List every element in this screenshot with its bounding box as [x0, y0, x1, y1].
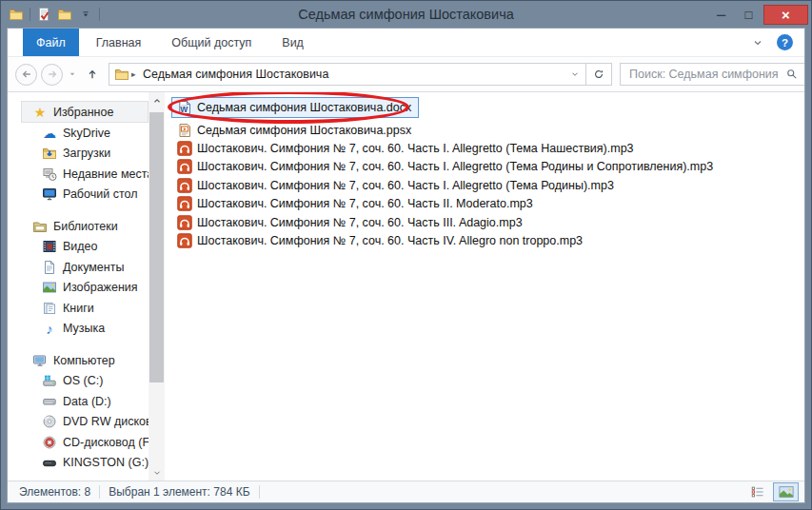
usb-drive-icon [42, 455, 57, 470]
ribbon-tab-bar: ФайлГлавнаяОбщий доступВид ? [8, 29, 804, 57]
file-name: Шостакович. Симфония № 7, соч. 60. Часть… [197, 142, 634, 155]
sidebar-item[interactable]: ♪Музыка [8, 319, 149, 340]
sidebar-item[interactable]: DVD RW дисковод [8, 412, 149, 433]
file-name: Седьмая симфония Шостаковича.docx [197, 101, 411, 114]
file-row[interactable]: Шостакович. Симфония № 7, соч. 60. Часть… [165, 176, 804, 194]
mp3-file-icon [177, 196, 192, 211]
documents-icon [42, 260, 57, 275]
title-bar: Седьмая симфония Шостаковича ─ □ × [1, 1, 811, 28]
sidebar-section-label: Избранное [53, 106, 113, 119]
status-bar: Элементов: 8 Выбран 1 элемент: 784 КБ [8, 481, 804, 502]
forward-button[interactable] [41, 64, 63, 86]
sidebar-item[interactable]: Недавние места [8, 164, 149, 185]
dvd-drive-icon [42, 414, 57, 429]
recent-places-icon [42, 167, 57, 182]
navigation-pane: ★Избранное☁SkyDriveЗагрузкиНедавние мест… [8, 92, 149, 481]
chevron-down-icon [149, 465, 165, 481]
help-icon[interactable]: ? [777, 34, 793, 50]
cloud-icon: ☁ [42, 126, 57, 141]
sidebar-section[interactable]: Компьютер [8, 350, 149, 371]
libraries-icon [32, 219, 48, 234]
ribbon-tabs: ФайлГлавнаяОбщий доступВид [8, 29, 321, 56]
window-content: ФайлГлавнаяОбщий доступВид ? ▸ Седьмая с… [7, 28, 805, 503]
forward-arrow-icon [45, 67, 60, 82]
sidebar-item[interactable]: Изображения [8, 278, 149, 299]
search-input[interactable] [627, 67, 784, 82]
sidebar-item[interactable]: OS (C:) [8, 371, 149, 392]
file-row[interactable]: Шостакович. Симфония № 7, соч. 60. Часть… [165, 139, 804, 157]
sidebar-item[interactable]: CD-дисковод (F:) [8, 432, 149, 453]
close-button[interactable]: × [763, 5, 808, 25]
new-folder-icon[interactable] [57, 7, 72, 22]
pictures-icon [42, 280, 57, 295]
star-icon: ★ [32, 105, 48, 120]
up-button[interactable] [82, 64, 103, 85]
tab-view[interactable]: Вид [268, 29, 317, 56]
details-view-button[interactable] [744, 482, 770, 501]
sidebar-item[interactable]: ☁SkyDrive [8, 123, 149, 144]
tab-home[interactable]: Главная [83, 29, 155, 56]
details-view-icon [750, 484, 765, 500]
selection-info: Выбран 1 элемент: 784 КБ [109, 485, 249, 499]
breadcrumb[interactable]: Седьмая симфония Шостаковича [143, 68, 328, 81]
address-box[interactable]: ▸ Седьмая симфония Шостаковича [109, 63, 586, 86]
scroll-down-button[interactable] [149, 464, 165, 481]
address-dropdown-chevron-icon[interactable] [567, 67, 583, 82]
refresh-icon [591, 67, 606, 82]
thumbnail-view-button[interactable] [773, 482, 799, 501]
scroll-up-button[interactable] [149, 92, 165, 108]
sidebar-item-label: Изображения [63, 281, 138, 294]
address-bar: ▸ Седьмая симфония Шостаковича [8, 57, 804, 92]
file-name: Шостакович. Симфония № 7, соч. 60. Часть… [197, 234, 583, 247]
ribbon-collapse-chevron-icon[interactable] [750, 35, 765, 50]
scrollbar-track[interactable] [149, 108, 165, 464]
tab-share[interactable]: Общий доступ [158, 29, 265, 56]
file-row[interactable]: WСедьмая симфония Шостаковича.docx [171, 97, 419, 118]
mp3-file-icon [177, 178, 192, 193]
sidebar-section[interactable]: Библиотеки [8, 216, 149, 237]
sidebar-item[interactable]: Data (D:) [8, 391, 149, 412]
sidebar-item[interactable]: KINGSTON (G:) [8, 453, 149, 474]
scrollbar-thumb[interactable] [149, 112, 164, 382]
sidebar-item[interactable]: Видео [8, 237, 149, 258]
word-file-icon: W [177, 100, 192, 115]
breadcrumb-arrow-icon[interactable]: ▸ [131, 69, 141, 79]
file-row[interactable]: Шостакович. Симфония № 7, соч. 60. Часть… [165, 195, 804, 213]
maximize-button[interactable]: □ [736, 5, 762, 25]
file-name: Шостакович. Симфония № 7, соч. 60. Часть… [197, 197, 533, 210]
svg-text:W: W [180, 105, 188, 114]
search-box[interactable] [620, 63, 805, 86]
explorer-icon[interactable] [9, 7, 24, 22]
file-row[interactable]: Шостакович. Симфония № 7, соч. 60. Часть… [165, 158, 804, 176]
sidebar-item[interactable]: Книги [8, 298, 149, 319]
mp3-file-icon [177, 215, 192, 230]
search-icon[interactable] [784, 67, 800, 82]
sidebar-item-label: Рабочий стол [63, 187, 137, 201]
minimize-button[interactable]: ─ [708, 5, 734, 25]
sidebar-section[interactable]: ★Избранное [21, 101, 149, 123]
tab-file[interactable]: Файл [23, 29, 79, 56]
separator [259, 485, 260, 499]
sidebar-item-label: Недавние места [63, 167, 149, 181]
sidebar-item-label: Загрузки [63, 147, 110, 160]
sidebar-item-label: OS (C:) [63, 374, 103, 387]
properties-icon[interactable] [36, 7, 51, 22]
file-row[interactable]: Шостакович. Симфония № 7, соч. 60. Часть… [165, 213, 804, 231]
file-row[interactable]: Седьмая симфония Шостаковича.ppsx [165, 121, 804, 139]
mp3-file-icon [177, 159, 192, 174]
file-row[interactable]: Шостакович. Симфония № 7, соч. 60. Часть… [165, 231, 804, 249]
sidebar-item[interactable]: Документы [8, 257, 149, 278]
sidebar-scrollbar[interactable] [149, 92, 165, 481]
sidebar-item[interactable]: Рабочий стол [8, 185, 149, 206]
refresh-button[interactable] [586, 63, 612, 86]
sidebar-item-label: KINGSTON (G:) [63, 456, 149, 469]
back-arrow-icon [19, 67, 34, 82]
separator [99, 485, 100, 499]
sidebar-item[interactable]: Загрузки [8, 144, 149, 165]
close-icon: × [782, 7, 790, 23]
desktop-icon [42, 186, 57, 202]
back-button[interactable] [15, 64, 37, 86]
toolbar-chevron-icon[interactable] [78, 7, 93, 22]
sidebar-item-label: CD-дисковод (F:) [63, 436, 149, 449]
recent-locations-caret-icon[interactable] [65, 67, 80, 82]
